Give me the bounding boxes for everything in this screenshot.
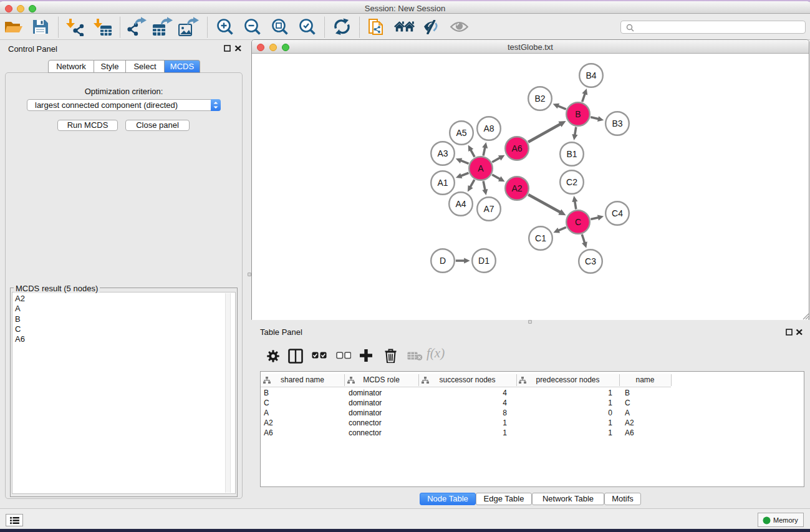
svg-text:A1: A1 — [437, 178, 448, 188]
svg-text:C: C — [575, 217, 581, 227]
svg-text:C2: C2 — [566, 177, 577, 187]
svg-text:A5: A5 — [456, 128, 466, 138]
svg-text:A2: A2 — [511, 183, 522, 193]
svg-text:D: D — [440, 256, 446, 266]
svg-text:D1: D1 — [478, 256, 489, 266]
svg-text:C3: C3 — [585, 256, 596, 266]
svg-text:A7: A7 — [483, 204, 494, 214]
svg-text:B3: B3 — [612, 118, 622, 128]
svg-text:A4: A4 — [455, 199, 466, 209]
svg-text:B: B — [575, 109, 581, 119]
svg-text:C1: C1 — [535, 233, 546, 243]
svg-text:A8: A8 — [483, 123, 494, 133]
svg-text:C4: C4 — [612, 208, 623, 218]
svg-text:B2: B2 — [534, 94, 545, 104]
svg-text:A6: A6 — [511, 143, 522, 153]
svg-text:A3: A3 — [437, 148, 448, 158]
svg-text:A: A — [478, 163, 484, 173]
svg-text:B4: B4 — [586, 70, 596, 80]
svg-text:B1: B1 — [566, 149, 577, 159]
